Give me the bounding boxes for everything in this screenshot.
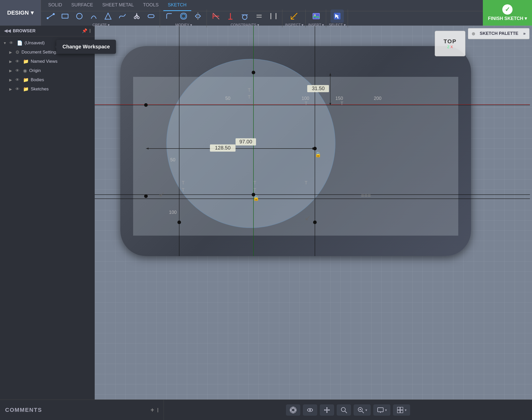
design-button[interactable]: DESIGN ▾	[0, 0, 41, 26]
tree-origin-icon: ◉	[23, 68, 27, 74]
tree-arrow-origin: ▶	[9, 69, 13, 73]
look-at-tool-button[interactable]	[303, 404, 317, 416]
insert-label[interactable]: INSERT ▾	[308, 23, 324, 27]
svg-text:↔: ↔	[294, 15, 296, 18]
fillet-tool-icon[interactable]	[163, 9, 176, 23]
parallel-icon[interactable]	[267, 9, 280, 23]
insert-section: INSERT ▾	[306, 9, 326, 27]
view-cube-label: TOP	[444, 38, 457, 45]
sketch-palette-title: SKETCH PALETTE	[480, 31, 518, 36]
tree-folder-bodies-icon: 📁	[23, 77, 29, 83]
toolbar: DESIGN ▾ SOLID SURFACE SHEET METAL TOOLS…	[0, 0, 532, 26]
svg-marker-4	[105, 13, 111, 19]
sketch-palette-expand-icon[interactable]: »	[523, 31, 526, 36]
browser-collapse-icon[interactable]: ◀◀	[4, 28, 11, 34]
comments-label: COMMENTS	[5, 407, 42, 413]
tree-item-doc-settings-label: Document Settings	[22, 50, 92, 55]
inspect-label[interactable]: INSPECT ▾	[285, 23, 303, 27]
arc-tool-icon[interactable]	[87, 9, 100, 23]
tree-item-origin[interactable]: ▶ 👁 ◉ Origin	[0, 66, 95, 75]
tree-folder-sketches-icon: 📁	[23, 86, 29, 92]
comments-collapse-icon[interactable]: |	[157, 407, 158, 413]
sketch-palette-icon: ◎	[472, 32, 475, 36]
view-cube-axes: Z X	[447, 45, 453, 49]
line-tool-icon[interactable]	[44, 9, 57, 23]
tree-gear-icon: ⚙	[15, 49, 19, 55]
tree-eye-named-views[interactable]: 👁	[15, 59, 21, 64]
tree-item-named-views[interactable]: ▶ 👁 📁 Named Views	[0, 57, 95, 66]
tree-arrow-named-views: ▶	[9, 59, 13, 64]
create-section: CREATE ▾	[42, 9, 160, 27]
triangle-tool-icon[interactable]	[101, 9, 115, 23]
tree-record-icon[interactable]	[86, 40, 92, 46]
tree-eye-sketches[interactable]: 👁	[15, 87, 21, 91]
svg-marker-86	[329, 409, 330, 411]
modify-icons	[163, 9, 205, 23]
tree-eye-origin[interactable]: 👁	[15, 68, 21, 73]
mirror-tool-icon[interactable]	[191, 9, 205, 23]
comments-section: COMMENTS + |	[0, 400, 164, 420]
select-icon[interactable]	[331, 9, 344, 23]
modify-label[interactable]: MODIFY ▾	[175, 23, 192, 27]
tree-item-unsaved[interactable]: ▼ 👁 📄 (Unsaved)	[0, 38, 95, 48]
browser-pin-icon[interactable]: 📌	[82, 28, 87, 34]
display-mode-button[interactable]: ▾	[373, 404, 390, 416]
svg-marker-85	[324, 409, 325, 411]
display-dropdown-icon[interactable]: ▾	[385, 408, 387, 412]
tree-doc-icon: 📄	[17, 40, 23, 46]
equal-icon[interactable]	[252, 9, 266, 23]
finish-sketch-button[interactable]: ✓ FINISH SKETCH ▾	[483, 0, 532, 26]
image-insert-icon[interactable]	[310, 9, 323, 23]
browser-expand-icon[interactable]: |	[89, 28, 91, 34]
comments-add-icon[interactable]: +	[151, 406, 154, 414]
svg-rect-99	[400, 410, 403, 413]
tree-eye-unsaved[interactable]: 👁	[9, 41, 15, 45]
svg-rect-2	[62, 14, 68, 18]
svg-line-90	[362, 411, 364, 413]
tree-item-sketches[interactable]: ▶ 👁 📁 Sketches	[0, 85, 95, 94]
measure-icon[interactable]: ↔	[288, 9, 301, 23]
modify-section: MODIFY ▾	[161, 9, 207, 27]
svg-rect-97	[400, 407, 403, 410]
zoom-fit-button[interactable]	[337, 404, 351, 416]
svg-point-3	[77, 13, 82, 19]
select-label[interactable]: SELECT ▾	[329, 23, 345, 27]
tree-item-bodies[interactable]: ▶ 👁 📁 Bodies	[0, 75, 95, 85]
grid-dropdown-icon[interactable]: ▾	[405, 408, 407, 412]
tangent-icon[interactable]	[238, 9, 251, 23]
coincident-icon[interactable]	[209, 9, 223, 23]
circle-tool-icon[interactable]	[73, 9, 86, 23]
slot-tool-icon[interactable]	[144, 9, 158, 23]
sketch-circle	[166, 59, 335, 228]
svg-rect-25	[313, 13, 320, 19]
finish-sketch-label: FINISH SKETCH ▾	[488, 16, 527, 21]
grid-display-button[interactable]: ▾	[393, 404, 410, 416]
rect-tool-icon[interactable]	[58, 9, 72, 23]
view-cube[interactable]: TOP Z X	[435, 31, 465, 56]
svg-point-78	[291, 408, 296, 412]
select-section: SELECT ▾	[327, 9, 348, 27]
tree-item-sketches-label: Sketches	[31, 87, 92, 92]
orbit-tool-button[interactable]	[286, 404, 300, 416]
tree-item-named-views-label: Named Views	[31, 59, 92, 64]
inspect-section: ↔ INSPECT ▾	[283, 9, 305, 27]
pan-tool-button[interactable]	[320, 404, 334, 416]
tree-item-doc-settings[interactable]: ▶ ⚙ Document Settings	[0, 48, 95, 57]
zoom-dropdown-icon[interactable]: ▾	[365, 408, 367, 412]
svg-rect-98	[397, 410, 400, 413]
tree-eye-bodies[interactable]: 👁	[15, 78, 21, 82]
design-label: DESIGN	[7, 9, 29, 16]
vertical-icon[interactable]	[224, 9, 237, 23]
create-label[interactable]: CREATE ▾	[92, 23, 110, 27]
svg-rect-10	[148, 15, 154, 18]
scissors-tool-icon[interactable]	[130, 9, 143, 23]
toolbar-icons-row: CREATE ▾ MODIFY ▾	[41, 11, 483, 26]
spline-tool-icon[interactable]	[116, 9, 129, 23]
canvas-viewport[interactable]: 128.50 97.00 31.50 T T T T T T T T T 🔒 🔒…	[95, 26, 532, 400]
svg-point-82	[309, 409, 311, 411]
offset-tool-icon[interactable]	[177, 9, 190, 23]
bottom-tools: ▾ ▾ ▾	[164, 404, 532, 416]
constraints-label[interactable]: CONSTRAINTS ▾	[231, 23, 259, 27]
zoom-tool-button[interactable]: ▾	[354, 404, 371, 416]
svg-point-6	[137, 17, 139, 19]
